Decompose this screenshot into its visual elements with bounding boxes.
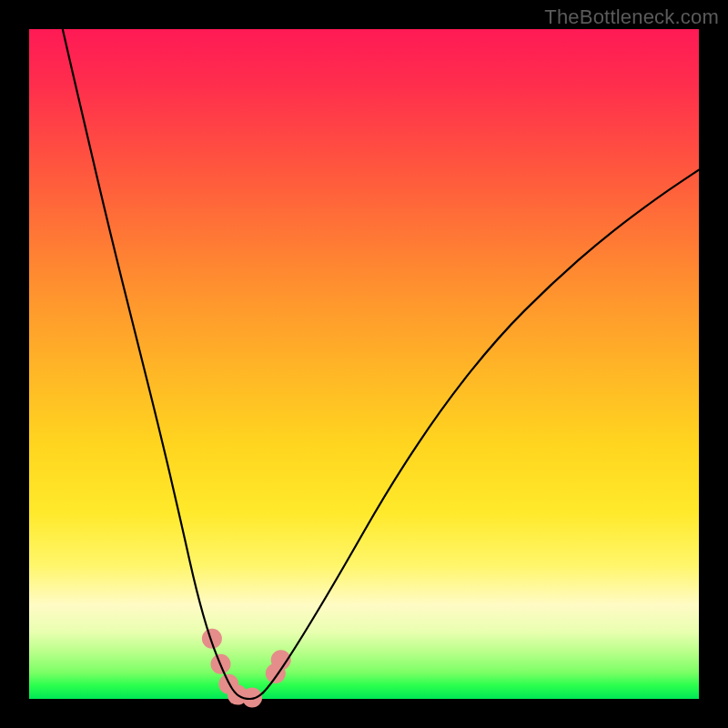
- watermark-text: TheBottleneck.com: [544, 5, 719, 29]
- marker-group: [202, 629, 291, 708]
- chart-overlay-svg: [0, 0, 728, 728]
- bottleneck-curve-path: [63, 29, 699, 699]
- chart-frame: TheBottleneck.com: [0, 0, 728, 728]
